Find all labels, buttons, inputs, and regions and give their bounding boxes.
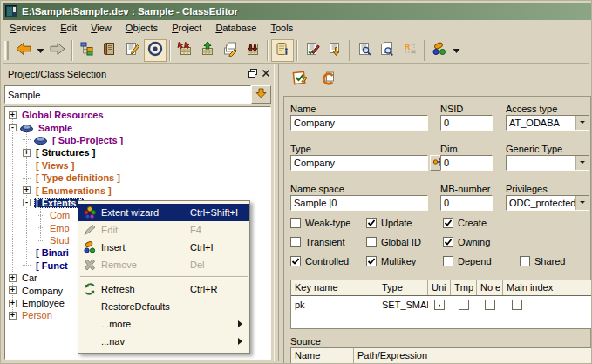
access-type-dropdown[interactable]: AT_ODABA bbox=[506, 115, 589, 131]
apply-changes-button[interactable] bbox=[289, 68, 311, 91]
menu-services[interactable]: Services bbox=[3, 20, 53, 37]
script-info-button[interactable] bbox=[271, 39, 294, 62]
close-panel-button[interactable] bbox=[259, 68, 272, 80]
main-index-cell bbox=[503, 300, 591, 310]
object-types-dropdown[interactable] bbox=[451, 39, 462, 62]
checkbox-checked-icon[interactable] bbox=[434, 300, 445, 310]
object-types-button[interactable] bbox=[428, 39, 451, 62]
menu-database[interactable]: Database bbox=[208, 20, 263, 37]
tree-item-structures[interactable]: +[ Structures ] bbox=[5, 146, 270, 158]
column-tmp[interactable]: Tmp bbox=[451, 280, 477, 295]
checkbox-icon[interactable] bbox=[459, 300, 469, 310]
documentation-button[interactable] bbox=[99, 39, 121, 62]
menu-item-restore-defaults[interactable]: RestoreDefaults bbox=[78, 298, 249, 315]
column-type[interactable]: Type bbox=[378, 280, 428, 295]
menu-item-more[interactable]: ...more bbox=[78, 315, 249, 333]
menu-item-remove[interactable]: Remove Del bbox=[78, 256, 249, 273]
menu-item-nav[interactable]: ...nav bbox=[78, 333, 249, 350]
flag-transient[interactable]: Transient bbox=[290, 236, 344, 247]
edit-document-button[interactable] bbox=[121, 39, 144, 62]
column-key-name[interactable]: Key name bbox=[291, 280, 378, 295]
tree-item-sample[interactable]: -Sample bbox=[5, 121, 270, 133]
grid-down-arrows-icon bbox=[245, 41, 261, 59]
checkbox-icon bbox=[366, 237, 377, 247]
import-button[interactable] bbox=[174, 39, 196, 62]
tree-expander[interactable]: - bbox=[23, 199, 31, 206]
flag-owning[interactable]: Owning bbox=[443, 236, 490, 247]
tree-expander[interactable]: + bbox=[9, 286, 17, 294]
type-input[interactable] bbox=[290, 155, 428, 171]
flag-create[interactable]: Create bbox=[443, 217, 487, 228]
panel-title: Project/Class Selection bbox=[4, 69, 246, 79]
menu-project[interactable]: Project bbox=[165, 20, 208, 37]
dropdown-arrow-icon[interactable] bbox=[575, 116, 589, 130]
references-button[interactable]: R bbox=[398, 39, 421, 62]
column-main-index[interactable]: Main index bbox=[503, 280, 591, 295]
pencil-icon bbox=[78, 223, 101, 237]
tree-expander[interactable]: + bbox=[23, 186, 31, 194]
menu-objects[interactable]: Objects bbox=[119, 20, 165, 37]
menu-item-insert[interactable]: Insert Ctrl+I bbox=[78, 239, 249, 256]
forward-button[interactable] bbox=[46, 39, 69, 62]
tree-item-views[interactable]: [ Views ] bbox=[5, 159, 270, 172]
menu-item-refresh[interactable]: Refresh Ctrl+R bbox=[78, 280, 249, 298]
tree-item-global-resources[interactable]: +Global Resources bbox=[5, 109, 270, 121]
column-no-e[interactable]: No e bbox=[477, 280, 503, 295]
find-document-button[interactable] bbox=[353, 39, 376, 62]
back-history-dropdown[interactable] bbox=[35, 39, 46, 62]
class-hierarchy-button[interactable] bbox=[76, 39, 99, 62]
flag-depend[interactable]: Depend bbox=[443, 255, 492, 266]
key-table-row[interactable]: pk SET_SMAL bbox=[291, 296, 591, 313]
flag-controlled[interactable]: Controlled bbox=[290, 255, 349, 266]
menu-item-extent-wizard[interactable]: Extent wizard Ctrl+Shift+I bbox=[78, 204, 249, 221]
check-document-button[interactable] bbox=[301, 39, 323, 62]
privileges-dropdown[interactable]: ODC_protected bbox=[506, 195, 589, 211]
name-space-input[interactable] bbox=[290, 195, 428, 211]
back-button[interactable] bbox=[12, 39, 35, 62]
load-data-button[interactable] bbox=[242, 39, 264, 62]
tree-expander[interactable]: + bbox=[9, 111, 17, 119]
filter-dropdown-button[interactable] bbox=[251, 85, 271, 104]
flag-shared[interactable]: Shared bbox=[520, 255, 565, 266]
class-filter-input[interactable] bbox=[4, 85, 251, 104]
float-panel-button[interactable] bbox=[246, 68, 259, 80]
flag-multikey[interactable]: Multikey bbox=[366, 255, 416, 266]
checkbox-icon[interactable] bbox=[485, 300, 495, 310]
toolbar-drag-handle[interactable] bbox=[4, 41, 9, 60]
export-button[interactable] bbox=[196, 39, 219, 62]
context-menu: Extent wizard Ctrl+Shift+I Edit F4 Inser… bbox=[78, 200, 250, 354]
tree-expander[interactable]: + bbox=[9, 274, 17, 282]
menu-view[interactable]: View bbox=[84, 20, 119, 37]
database-object-button[interactable] bbox=[144, 39, 167, 62]
save-document-button[interactable] bbox=[323, 39, 346, 62]
tree-item-type-definitions[interactable]: [ Type definitions ] bbox=[5, 172, 270, 184]
menu-tools[interactable]: Tools bbox=[263, 20, 300, 37]
project-icon bbox=[20, 124, 33, 132]
generic-type-dropdown[interactable] bbox=[506, 155, 589, 171]
column-path-expression[interactable]: Path/Expression bbox=[354, 348, 591, 363]
dropdown-arrow-icon[interactable] bbox=[575, 156, 589, 170]
tree-expander[interactable]: + bbox=[9, 300, 17, 307]
tree-expander[interactable]: + bbox=[23, 149, 31, 157]
tree-expander[interactable]: + bbox=[9, 312, 17, 320]
tree-item-sub-projects[interactable]: [ Sub-Projects ] bbox=[5, 134, 270, 146]
mb-number-input[interactable] bbox=[440, 195, 493, 211]
tree-expander[interactable]: - bbox=[9, 124, 17, 131]
flag-update[interactable]: Update bbox=[366, 217, 412, 228]
name-input[interactable] bbox=[290, 115, 428, 131]
design-edit-button[interactable] bbox=[219, 39, 242, 62]
dim-input[interactable] bbox=[440, 155, 493, 171]
find-in-documents-button[interactable] bbox=[376, 39, 398, 62]
restore-button[interactable] bbox=[316, 68, 339, 91]
checkbox-icon[interactable] bbox=[512, 300, 522, 310]
column-name[interactable]: Name bbox=[291, 348, 354, 363]
nsid-input[interactable] bbox=[440, 115, 493, 131]
menu-item-edit[interactable]: Edit F4 bbox=[78, 221, 249, 239]
menu-edit[interactable]: Edit bbox=[53, 20, 84, 37]
dropdown-arrow-icon[interactable] bbox=[575, 196, 589, 210]
column-uni[interactable]: Uni bbox=[428, 280, 451, 295]
flag-weak-type[interactable]: Weak-type bbox=[290, 217, 350, 228]
tree-item-enumerations[interactable]: +[ Enumerations ] bbox=[5, 184, 270, 196]
titlebar[interactable]: E:\Sample\Sample.dev : Sample - ClassEdi… bbox=[3, 3, 591, 20]
flag-global-id[interactable]: Global ID bbox=[366, 236, 421, 247]
